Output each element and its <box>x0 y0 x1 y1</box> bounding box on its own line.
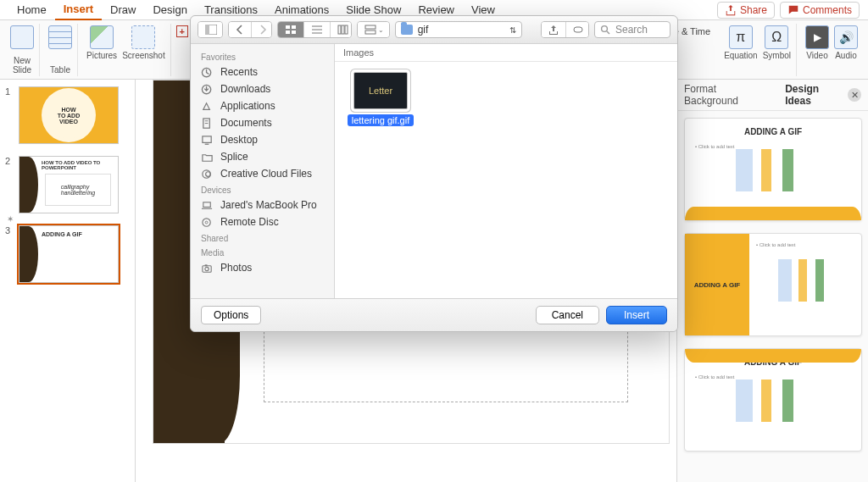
nav-buttons <box>228 21 272 38</box>
folder-icon <box>201 152 214 163</box>
svg-point-33 <box>205 267 209 270</box>
apps-icon <box>201 101 214 112</box>
idea-1-sub: • Click to add text <box>695 144 734 149</box>
forward-button[interactable] <box>252 22 272 37</box>
equation-button[interactable]: π Equation <box>724 25 757 60</box>
column-view-button[interactable] <box>331 22 352 37</box>
svg-rect-6 <box>286 30 290 34</box>
idea-1-wave <box>685 207 861 220</box>
svg-rect-11 <box>338 25 341 34</box>
menu-design[interactable]: Design <box>144 0 195 19</box>
thumb-2[interactable]: 2 HOW TO ADD VIDEO TO POWERPOINT calligr… <box>5 156 130 213</box>
svg-point-30 <box>203 218 210 225</box>
dialog-content: Images Letter lettering gif.gif <box>335 44 677 298</box>
sidebar-documents[interactable]: Documents <box>191 114 334 131</box>
svg-rect-13 <box>345 25 348 34</box>
path-dropdown[interactable]: gif ⇅ <box>395 21 522 38</box>
screenshot-button[interactable]: Screenshot <box>122 25 165 60</box>
sidebar-label: Remote Disc <box>220 216 279 228</box>
tab-design-ideas[interactable]: Design Ideas <box>785 83 848 107</box>
share-button[interactable]: Share <box>717 2 775 19</box>
svg-line-18 <box>607 31 609 34</box>
comments-button[interactable]: Comments <box>780 2 860 19</box>
dialog-toolbar: ⌄ gif ⇅ Search <box>191 16 677 44</box>
table-label: Table <box>50 65 70 75</box>
sidebar-photos[interactable]: Photos <box>191 259 334 276</box>
close-pane-button[interactable]: ✕ <box>848 88 861 102</box>
thumb-2-preview: HOW TO ADD VIDEO TO POWERPOINT calligrap… <box>19 156 119 213</box>
symbol-icon: Ω <box>765 25 788 49</box>
search-field[interactable]: Search <box>594 21 670 38</box>
thumb-1-title: HOW TO ADD VIDEO <box>45 91 92 139</box>
icon-view-button[interactable] <box>278 22 304 37</box>
sidebar-label: Creative Cloud Files <box>220 168 312 180</box>
animation-indicator-icon: ✶ <box>7 214 14 224</box>
idea-1-graphic <box>736 149 821 191</box>
sidebar-label: Documents <box>220 117 272 129</box>
new-slide-icon <box>10 25 34 49</box>
svg-rect-4 <box>286 25 290 29</box>
back-button[interactable] <box>229 22 252 37</box>
options-button[interactable]: Options <box>201 306 261 324</box>
path-label: gif <box>418 24 429 36</box>
sidebar-splice[interactable]: Splice <box>191 148 334 165</box>
symbol-label: Symbol <box>763 51 791 60</box>
sidebar-recents[interactable]: Recents <box>191 64 334 80</box>
share-action-button[interactable] <box>542 22 566 37</box>
list-view-button[interactable] <box>304 22 331 37</box>
idea-1-title: ADDING A GIF <box>744 127 802 136</box>
group-button[interactable]: ⌄ <box>358 22 390 37</box>
idea-card-1[interactable]: ADDING A GIF • Click to add text <box>684 118 862 221</box>
sidebar-downloads[interactable]: Downloads <box>191 80 334 97</box>
audio-button[interactable]: 🔊 Audio <box>834 25 858 60</box>
idea-card-2[interactable]: ADDING A GIF • Click to add text <box>684 233 862 336</box>
idea-card-3[interactable]: ADDING A GIF • Click to add text <box>684 348 862 452</box>
thumb-3[interactable]: 3 ADDING A GIF <box>5 225 130 283</box>
sidebar-label: Recents <box>220 66 258 78</box>
idea-3-sub: • Click to add text <box>695 374 734 380</box>
svg-point-31 <box>205 221 208 224</box>
tab-format-background[interactable]: Format Background <box>684 83 773 107</box>
devices-heading: Devices <box>191 182 334 197</box>
share-icon <box>725 4 737 16</box>
audio-label: Audio <box>835 51 857 60</box>
sidebar-macbook[interactable]: Jared's MacBook Pro <box>191 197 334 213</box>
file-name: lettering gif.gif <box>348 114 414 126</box>
menu-home[interactable]: Home <box>8 0 55 19</box>
video-button[interactable]: ▶ Video <box>805 25 829 60</box>
menu-insert[interactable]: Insert <box>55 0 102 20</box>
action-buttons <box>541 21 589 38</box>
thumb-1[interactable]: 1 HOW TO ADD VIDEO <box>5 86 130 144</box>
slide-thumbnails: 1 HOW TO ADD VIDEO 2 HOW TO ADD VIDEO TO… <box>0 80 136 482</box>
svg-rect-5 <box>292 25 296 29</box>
camera-icon <box>201 263 214 274</box>
document-icon <box>201 118 214 129</box>
sidebar-toggle[interactable] <box>198 21 223 38</box>
equation-label: Equation <box>724 51 757 60</box>
ribbon-group-newslide[interactable]: New Slide <box>5 24 40 76</box>
dialog-footer: Options Cancel Insert <box>191 298 677 331</box>
sidebar-creative-cloud[interactable]: Creative Cloud Files <box>191 165 334 182</box>
dialog-sidebar: Favorites Recents Downloads Applications… <box>191 44 335 298</box>
symbol-button[interactable]: Ω Symbol <box>763 25 791 60</box>
svg-point-27 <box>206 171 211 176</box>
file-item[interactable]: Letter lettering gif.gif <box>345 72 416 126</box>
tag-action-button[interactable] <box>566 22 589 37</box>
svg-rect-3 <box>205 25 209 35</box>
sidebar-toggle-button[interactable] <box>198 22 223 37</box>
file-grid[interactable]: Letter lettering gif.gif <box>335 62 677 136</box>
sidebar-remote-disc[interactable]: Remote Disc <box>191 213 334 230</box>
menu-draw[interactable]: Draw <box>102 0 144 19</box>
sidebar-applications[interactable]: Applications <box>191 97 334 114</box>
ideas-list[interactable]: ADDING A GIF • Click to add text ADDING … <box>677 111 868 458</box>
ideas-header: Format Background Design Ideas ✕ <box>677 80 868 111</box>
sidebar-desktop[interactable]: Desktop <box>191 131 334 148</box>
ribbon-group-table[interactable]: Table <box>43 24 78 76</box>
insert-button[interactable]: Insert <box>606 306 667 324</box>
video-label: Video <box>806 51 827 60</box>
cancel-button[interactable]: Cancel <box>536 306 599 324</box>
ribbon-group-images: Pictures Screenshot <box>81 24 171 76</box>
download-icon <box>201 84 214 95</box>
idea-3-wave <box>685 349 861 363</box>
pictures-button[interactable]: Pictures <box>86 25 117 60</box>
